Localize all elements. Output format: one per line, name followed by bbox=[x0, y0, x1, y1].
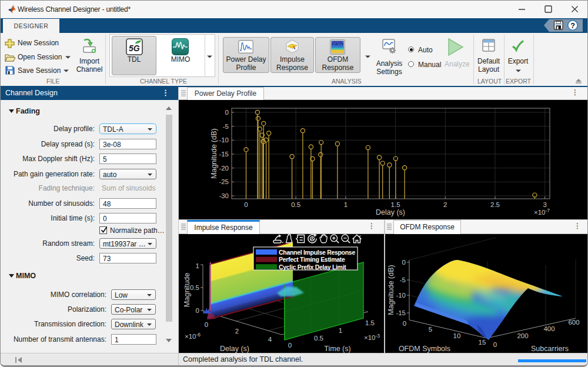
svg-text:-5: -5 bbox=[223, 123, 229, 130]
svg-text:4: 4 bbox=[268, 336, 272, 343]
svg-text:1: 1 bbox=[196, 262, 199, 269]
svg-text:-10: -10 bbox=[396, 292, 406, 299]
svg-text:0: 0 bbox=[225, 109, 229, 116]
svg-text:0: 0 bbox=[205, 321, 208, 328]
svg-text:-30: -30 bbox=[219, 192, 229, 199]
svg-text:2: 2 bbox=[235, 328, 239, 335]
svg-text:OFDM Symbols: OFDM Symbols bbox=[399, 345, 450, 353]
svg-text:Delay (s): Delay (s) bbox=[220, 345, 249, 353]
svg-text:0.5: 0.5 bbox=[190, 284, 199, 291]
svg-text:-5: -5 bbox=[400, 276, 406, 283]
svg-text:0.5: 0.5 bbox=[314, 335, 323, 342]
svg-text:Time (s): Time (s) bbox=[324, 345, 350, 353]
svg-text:-15: -15 bbox=[396, 309, 406, 316]
svg-text:Cyclic Prefix Delay Limit: Cyclic Prefix Delay Limit bbox=[279, 263, 346, 271]
svg-text:-10: -10 bbox=[219, 136, 229, 144]
svg-text:-25: -25 bbox=[219, 178, 229, 185]
svg-text:15: 15 bbox=[479, 339, 486, 346]
svg-text:1.5: 1.5 bbox=[391, 201, 400, 208]
svg-text:Magnitude: Magnitude bbox=[183, 273, 191, 307]
svg-text:1: 1 bbox=[339, 327, 342, 334]
svg-text:10: 10 bbox=[453, 332, 461, 339]
svg-text:Delay (s): Delay (s) bbox=[376, 208, 405, 216]
svg-text:1.5: 1.5 bbox=[365, 319, 375, 326]
svg-text:-15: -15 bbox=[219, 151, 229, 158]
svg-text:Magnitude (dB): Magnitude (dB) bbox=[387, 265, 395, 315]
svg-text:Subcarriers: Subcarriers bbox=[531, 345, 569, 353]
svg-text:?: ? bbox=[570, 22, 575, 30]
svg-text:5: 5 bbox=[429, 326, 432, 333]
svg-text:1: 1 bbox=[344, 201, 348, 208]
svg-text:200: 200 bbox=[517, 332, 528, 339]
svg-text:0: 0 bbox=[403, 320, 406, 327]
svg-text:2.5: 2.5 bbox=[490, 201, 500, 208]
svg-text:Perfect Timing Estimate: Perfect Timing Estimate bbox=[279, 256, 345, 263]
svg-text:Channel Impulse Response: Channel Impulse Response bbox=[279, 249, 355, 256]
svg-text:2: 2 bbox=[443, 201, 447, 208]
svg-text:-20: -20 bbox=[219, 165, 229, 172]
svg-text:600: 600 bbox=[568, 319, 579, 326]
svg-text:0.5: 0.5 bbox=[291, 201, 300, 208]
svg-text:0: 0 bbox=[493, 341, 497, 348]
svg-text:0: 0 bbox=[244, 201, 248, 208]
svg-text:400: 400 bbox=[543, 325, 554, 332]
svg-text:Magnitude (dB): Magnitude (dB) bbox=[210, 128, 218, 178]
svg-text:0: 0 bbox=[196, 307, 199, 314]
svg-text:0: 0 bbox=[402, 259, 406, 266]
svg-text:5G: 5G bbox=[129, 44, 140, 53]
svg-text:0: 0 bbox=[288, 342, 292, 349]
